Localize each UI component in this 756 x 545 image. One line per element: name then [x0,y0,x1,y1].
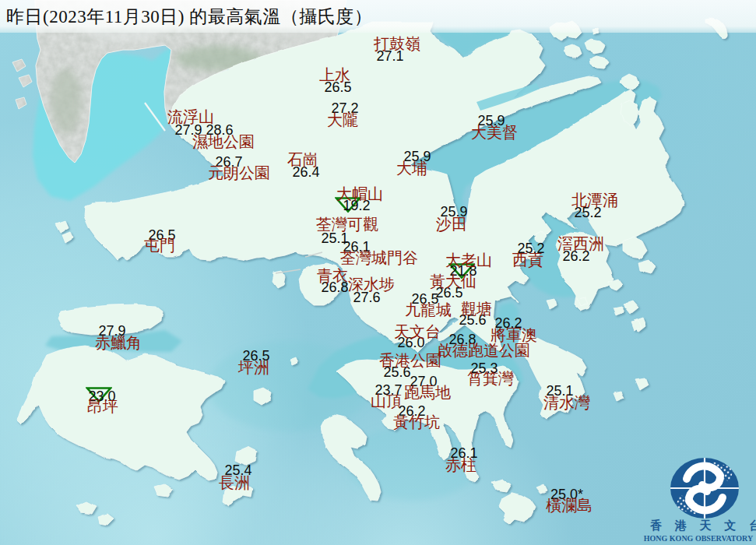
station-name: 元朗公園 [208,165,270,181]
station-name: 石崗 [287,152,318,167]
station-name: 啟德跑道公園 [437,343,530,358]
station-name: 大老山 [445,252,492,268]
station-name: 上水 [319,67,350,83]
station-name: 赤柱 [445,457,476,473]
station-name: 天文台 [394,324,441,339]
station-name: 荃灣可觀 [316,216,378,232]
station-name: 香港公園 [379,353,441,368]
map-title: 昨日(2023年11月30日) 的最高氣溫（攝氏度） [6,5,372,29]
station-name: 深水埗 [348,276,395,292]
station-name: 赤鱲角 [95,335,142,350]
station-name: 屯門 [144,237,175,253]
logo-caption-zh: 香 港 天 文 台 [645,519,756,533]
station-name: 昂坪 [87,399,118,414]
station-name: 筲箕灣 [467,371,514,386]
title-bar: 昨日(2023年11月30日) 的最高氣溫（攝氏度） [0,0,756,33]
station-name: 大帽山 [336,186,383,202]
station-name: 觀塘 [461,301,492,317]
station-name: 北潭涌 [571,192,618,208]
station-name: 青衣 [317,268,348,283]
station-name: 坪洲 [238,360,269,375]
station-name: 山頂 [371,393,402,409]
station-name: 滘西洲 [557,236,604,251]
station-name: 黃大仙 [430,273,476,289]
station-name: 黃竹坑 [393,414,440,430]
station-name: 清水灣 [543,395,590,410]
station-name: 大埔 [396,160,427,176]
station-name: 橫瀾島 [546,498,592,513]
station-labels: 27.1打鼓嶺26.5上水27.2大隴27.9流浮山28.6濕地公園26.7元朗… [0,0,756,545]
station-name: 大隴 [327,112,358,128]
station-name: 將軍澳 [491,327,537,343]
station-name: 跑馬地 [404,385,451,400]
station-name: 濕地公園 [192,134,255,149]
station-name: 長洲 [219,475,250,490]
station-name: 荃灣城門谷 [340,250,418,265]
station-name: 九龍城 [405,302,452,318]
station-name: 沙田 [436,216,467,232]
station-name: 西貢 [512,252,543,268]
hko-temperature-map: 昨日(2023年11月30日) 的最高氣溫（攝氏度） 27.1打鼓嶺26.5上水… [0,0,756,545]
station-name: 打鼓嶺 [374,36,420,51]
station-name: 大美督 [471,125,518,140]
logo-caption-en: HONG KONG OBSERVATORY [644,534,753,543]
